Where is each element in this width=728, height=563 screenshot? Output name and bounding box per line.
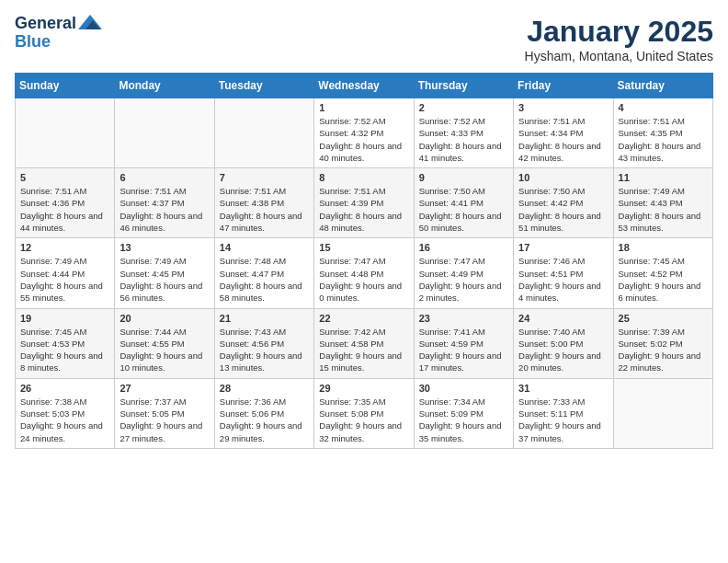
day-info: Sunrise: 7:47 AM Sunset: 4:49 PM Dayligh… (419, 255, 508, 304)
calendar-table: Sunday Monday Tuesday Wednesday Thursday… (15, 73, 713, 449)
day-info: Sunrise: 7:37 AM Sunset: 5:05 PM Dayligh… (119, 396, 209, 444)
logo-general: General (15, 15, 76, 33)
day-info: Sunrise: 7:51 AM Sunset: 4:38 PM Dayligh… (220, 185, 309, 234)
table-row: 20Sunrise: 7:44 AM Sunset: 4:55 PM Dayli… (115, 308, 214, 378)
table-row: 21Sunrise: 7:43 AM Sunset: 4:56 PM Dayli… (214, 308, 313, 378)
day-info: Sunrise: 7:38 AM Sunset: 5:03 PM Dayligh… (20, 396, 109, 444)
day-info: Sunrise: 7:51 AM Sunset: 4:35 PM Dayligh… (619, 115, 708, 164)
day-number: 14 (220, 242, 309, 253)
day-number: 23 (419, 313, 508, 324)
table-row: 14Sunrise: 7:48 AM Sunset: 4:47 PM Dayli… (214, 238, 313, 308)
day-info: Sunrise: 7:44 AM Sunset: 4:55 PM Dayligh… (119, 326, 209, 374)
day-number: 19 (20, 313, 109, 324)
day-info: Sunrise: 7:52 AM Sunset: 4:32 PM Dayligh… (319, 115, 408, 164)
day-number: 6 (119, 172, 209, 183)
day-number: 9 (419, 172, 508, 183)
day-info: Sunrise: 7:33 AM Sunset: 5:11 PM Dayligh… (518, 396, 608, 444)
day-number: 28 (220, 383, 309, 394)
table-row: 15Sunrise: 7:47 AM Sunset: 4:48 PM Dayli… (314, 238, 414, 308)
table-row: 23Sunrise: 7:41 AM Sunset: 4:59 PM Dayli… (414, 308, 513, 378)
day-info: Sunrise: 7:41 AM Sunset: 4:59 PM Dayligh… (419, 326, 508, 374)
day-number: 30 (419, 383, 508, 394)
table-row: 30Sunrise: 7:34 AM Sunset: 5:09 PM Dayli… (414, 378, 513, 448)
table-row: 11Sunrise: 7:49 AM Sunset: 4:43 PM Dayli… (613, 168, 712, 238)
day-info: Sunrise: 7:48 AM Sunset: 4:47 PM Dayligh… (220, 255, 309, 304)
table-row: 7Sunrise: 7:51 AM Sunset: 4:38 PM Daylig… (214, 168, 313, 238)
day-number: 11 (619, 172, 708, 183)
day-number: 21 (220, 313, 309, 324)
day-number: 25 (619, 313, 708, 324)
day-info: Sunrise: 7:42 AM Sunset: 4:58 PM Dayligh… (319, 326, 408, 374)
day-number: 20 (119, 313, 209, 324)
table-row: 19Sunrise: 7:45 AM Sunset: 4:53 PM Dayli… (16, 308, 115, 378)
table-row: 28Sunrise: 7:36 AM Sunset: 5:06 PM Dayli… (214, 378, 313, 448)
table-row: 31Sunrise: 7:33 AM Sunset: 5:11 PM Dayli… (514, 378, 613, 448)
page-header: General Blue January 2025 Hysham, Montan… (15, 15, 713, 63)
day-info: Sunrise: 7:51 AM Sunset: 4:36 PM Dayligh… (20, 185, 109, 234)
day-info: Sunrise: 7:51 AM Sunset: 4:39 PM Dayligh… (319, 185, 408, 234)
calendar-week-row: 1Sunrise: 7:52 AM Sunset: 4:32 PM Daylig… (16, 98, 713, 168)
day-info: Sunrise: 7:40 AM Sunset: 5:00 PM Dayligh… (518, 326, 608, 374)
day-number: 18 (619, 242, 708, 253)
day-info: Sunrise: 7:46 AM Sunset: 4:51 PM Dayligh… (518, 255, 608, 304)
day-number: 24 (518, 313, 608, 324)
table-row: 18Sunrise: 7:45 AM Sunset: 4:52 PM Dayli… (613, 238, 712, 308)
day-info: Sunrise: 7:51 AM Sunset: 4:34 PM Dayligh… (518, 115, 608, 164)
table-row: 25Sunrise: 7:39 AM Sunset: 5:02 PM Dayli… (613, 308, 712, 378)
col-monday: Monday (115, 74, 214, 98)
table-row: 8Sunrise: 7:51 AM Sunset: 4:39 PM Daylig… (314, 168, 414, 238)
day-info: Sunrise: 7:45 AM Sunset: 4:52 PM Dayligh… (619, 255, 708, 304)
day-info: Sunrise: 7:47 AM Sunset: 4:48 PM Dayligh… (319, 255, 408, 304)
col-sunday: Sunday (16, 74, 115, 98)
table-row: 1Sunrise: 7:52 AM Sunset: 4:32 PM Daylig… (314, 98, 414, 168)
table-row: 24Sunrise: 7:40 AM Sunset: 5:00 PM Dayli… (514, 308, 613, 378)
table-row: 12Sunrise: 7:49 AM Sunset: 4:44 PM Dayli… (16, 238, 115, 308)
table-row: 27Sunrise: 7:37 AM Sunset: 5:05 PM Dayli… (115, 378, 214, 448)
day-info: Sunrise: 7:35 AM Sunset: 5:08 PM Dayligh… (319, 396, 408, 444)
day-number: 29 (319, 383, 408, 394)
table-row: 13Sunrise: 7:49 AM Sunset: 4:45 PM Dayli… (115, 238, 214, 308)
day-number: 13 (119, 242, 209, 253)
day-info: Sunrise: 7:45 AM Sunset: 4:53 PM Dayligh… (20, 326, 109, 374)
col-wednesday: Wednesday (314, 74, 414, 98)
table-row: 16Sunrise: 7:47 AM Sunset: 4:49 PM Dayli… (414, 238, 513, 308)
day-info: Sunrise: 7:43 AM Sunset: 4:56 PM Dayligh… (220, 326, 309, 374)
table-row (115, 98, 214, 168)
title-block: January 2025 Hysham, Montana, United Sta… (525, 15, 713, 63)
table-row: 2Sunrise: 7:52 AM Sunset: 4:33 PM Daylig… (414, 98, 513, 168)
logo-blue: Blue (15, 33, 51, 52)
table-row: 29Sunrise: 7:35 AM Sunset: 5:08 PM Dayli… (314, 378, 414, 448)
table-row: 3Sunrise: 7:51 AM Sunset: 4:34 PM Daylig… (514, 98, 613, 168)
logo-icon (78, 13, 102, 31)
col-tuesday: Tuesday (214, 74, 313, 98)
col-saturday: Saturday (613, 74, 712, 98)
calendar-week-row: 12Sunrise: 7:49 AM Sunset: 4:44 PM Dayli… (16, 238, 713, 308)
day-info: Sunrise: 7:50 AM Sunset: 4:42 PM Dayligh… (518, 185, 608, 234)
day-number: 17 (518, 242, 608, 253)
day-info: Sunrise: 7:49 AM Sunset: 4:43 PM Dayligh… (619, 185, 708, 234)
day-number: 8 (319, 172, 408, 183)
table-row: 17Sunrise: 7:46 AM Sunset: 4:51 PM Dayli… (514, 238, 613, 308)
calendar-week-row: 19Sunrise: 7:45 AM Sunset: 4:53 PM Dayli… (16, 308, 713, 378)
calendar-week-row: 26Sunrise: 7:38 AM Sunset: 5:03 PM Dayli… (16, 378, 713, 448)
day-number: 27 (119, 383, 209, 394)
day-number: 5 (20, 172, 109, 183)
table-row: 26Sunrise: 7:38 AM Sunset: 5:03 PM Dayli… (16, 378, 115, 448)
day-info: Sunrise: 7:39 AM Sunset: 5:02 PM Dayligh… (619, 326, 708, 374)
day-number: 3 (518, 102, 608, 113)
day-number: 12 (20, 242, 109, 253)
table-row (613, 378, 712, 448)
table-row: 9Sunrise: 7:50 AM Sunset: 4:41 PM Daylig… (414, 168, 513, 238)
day-number: 1 (319, 102, 408, 113)
day-number: 26 (20, 383, 109, 394)
day-number: 10 (518, 172, 608, 183)
table-row: 10Sunrise: 7:50 AM Sunset: 4:42 PM Dayli… (514, 168, 613, 238)
day-number: 4 (619, 102, 708, 113)
month-title: January 2025 (525, 15, 713, 49)
calendar-week-row: 5Sunrise: 7:51 AM Sunset: 4:36 PM Daylig… (16, 168, 713, 238)
day-number: 22 (319, 313, 408, 324)
day-info: Sunrise: 7:49 AM Sunset: 4:45 PM Dayligh… (119, 255, 209, 304)
logo: General Blue (15, 15, 102, 52)
day-number: 2 (419, 102, 508, 113)
location-subtitle: Hysham, Montana, United States (525, 49, 713, 63)
